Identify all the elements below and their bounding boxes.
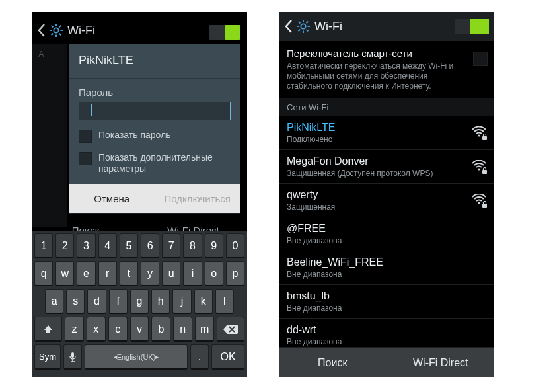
- svg-rect-22: [482, 170, 487, 174]
- connect-button[interactable]: Подключиться: [155, 184, 240, 213]
- password-input[interactable]: [79, 102, 231, 120]
- key-n[interactable]: n: [173, 317, 192, 342]
- smart-switch-checkbox[interactable]: [473, 52, 488, 66]
- key-y[interactable]: y: [141, 261, 159, 286]
- key-g[interactable]: g: [130, 289, 149, 314]
- header-title: Wi-Fi: [67, 24, 95, 38]
- ok-key[interactable]: OK: [211, 344, 244, 370]
- gear-icon: [49, 23, 63, 38]
- key-q[interactable]: q: [34, 261, 53, 286]
- checkbox-icon: [79, 152, 92, 165]
- key-d[interactable]: d: [87, 289, 106, 314]
- network-row[interactable]: PikNikLTEПодключено: [279, 116, 494, 150]
- key-5[interactable]: 5: [120, 233, 138, 258]
- network-name: dd-wrt: [287, 324, 486, 336]
- svg-line-16: [307, 30, 309, 32]
- svg-rect-24: [482, 204, 487, 208]
- networks-section-label: Сети Wi-Fi: [279, 98, 494, 116]
- search-button[interactable]: Поиск: [279, 348, 387, 377]
- key-j[interactable]: j: [172, 289, 191, 314]
- network-row[interactable]: @FREEВне диапазона: [279, 217, 494, 251]
- key-l[interactable]: l: [215, 289, 234, 314]
- key-x[interactable]: x: [87, 317, 106, 342]
- network-list: PikNikLTEПодключеноMegaFon DonverЗащищен…: [279, 116, 494, 352]
- backspace-key[interactable]: [217, 317, 244, 342]
- key-f[interactable]: f: [109, 289, 128, 314]
- key-7[interactable]: 7: [162, 233, 180, 258]
- key-k[interactable]: k: [194, 289, 213, 314]
- wifi-signal-icon: [472, 160, 486, 173]
- svg-point-19: [478, 134, 480, 136]
- key-8[interactable]: 8: [183, 233, 202, 258]
- network-name: bmstu_lb: [287, 290, 486, 302]
- key-e[interactable]: e: [77, 261, 95, 286]
- key-h[interactable]: h: [151, 289, 170, 314]
- key-w[interactable]: w: [56, 261, 74, 286]
- network-status: Вне диапазона: [287, 236, 486, 245]
- back-icon[interactable]: [284, 19, 293, 34]
- wifi-signal-icon: [472, 194, 486, 207]
- network-row[interactable]: Beeline_WiFi_FREEВне диапазона: [279, 251, 494, 285]
- space-key[interactable]: ◂ English(UK) ▸: [85, 344, 188, 370]
- show-advanced-checkbox[interactable]: Показать дополнительные параметры: [79, 152, 231, 175]
- key-b[interactable]: b: [151, 317, 170, 342]
- svg-line-5: [52, 26, 54, 28]
- right-phone: Wi-Fi Переключатель смарт-сети Автоматич…: [279, 12, 494, 377]
- svg-point-21: [478, 168, 480, 170]
- key-6[interactable]: 6: [141, 233, 159, 258]
- back-icon[interactable]: [37, 23, 46, 38]
- mic-key[interactable]: [63, 344, 82, 370]
- password-label: Пароль: [79, 87, 231, 98]
- header-title: Wi-Fi: [314, 20, 342, 34]
- cancel-button[interactable]: Отмена: [69, 184, 155, 213]
- dim-background: A: [32, 44, 67, 227]
- key-3[interactable]: 3: [77, 233, 95, 258]
- wifi-signal-icon: [472, 126, 486, 139]
- key-1[interactable]: 1: [34, 233, 53, 258]
- wifi-toggle[interactable]: [455, 19, 489, 34]
- svg-line-15: [299, 22, 301, 24]
- key-r[interactable]: r: [98, 261, 117, 286]
- dialog-title: PikNikLTE: [69, 44, 240, 79]
- key-o[interactable]: o: [205, 261, 223, 286]
- key-m[interactable]: m: [195, 317, 214, 342]
- network-row[interactable]: bmstu_lbВне диапазона: [279, 285, 494, 319]
- key-2[interactable]: 2: [56, 233, 74, 258]
- sym-key[interactable]: Sym: [34, 344, 61, 370]
- network-name: qwerty: [287, 189, 466, 201]
- network-status: Вне диапазона: [287, 303, 486, 313]
- smart-switch-title: Переключатель смарт-сети: [287, 48, 462, 59]
- gear-icon: [296, 19, 311, 34]
- key-i[interactable]: i: [183, 261, 202, 286]
- key-t[interactable]: t: [120, 261, 138, 286]
- key-v[interactable]: v: [130, 317, 149, 342]
- shift-key[interactable]: [34, 317, 62, 342]
- key-p[interactable]: p: [226, 261, 244, 286]
- key-4[interactable]: 4: [98, 233, 117, 258]
- network-status: Защищенная: [287, 202, 466, 212]
- smart-switch-desc: Автоматически переключаться между Wi-Fi …: [287, 61, 462, 91]
- network-row[interactable]: qwertyЗащищенная: [279, 184, 494, 217]
- text-cursor: [91, 104, 92, 116]
- wifi-direct-button[interactable]: Wi-Fi Direct: [387, 348, 495, 377]
- key-u[interactable]: u: [162, 261, 180, 286]
- network-row[interactable]: MegaFon DonverЗащищенная (Доступен прото…: [279, 150, 494, 184]
- svg-point-0: [54, 28, 58, 32]
- svg-rect-20: [482, 136, 487, 140]
- key-z[interactable]: z: [65, 317, 84, 342]
- wifi-toggle[interactable]: [209, 25, 240, 40]
- svg-line-18: [299, 30, 301, 32]
- network-name: Beeline_WiFi_FREE: [287, 256, 486, 268]
- svg-line-7: [59, 26, 61, 28]
- network-name: PikNikLTE: [287, 122, 466, 134]
- show-password-checkbox[interactable]: Показать пароль: [79, 130, 231, 143]
- key-9[interactable]: 9: [205, 233, 223, 258]
- smart-switch-row[interactable]: Переключатель смарт-сети Автоматически п…: [279, 41, 494, 98]
- network-name: MegaFon Donver: [287, 155, 466, 167]
- key-c[interactable]: c: [108, 317, 128, 342]
- key-a[interactable]: a: [45, 289, 63, 314]
- key-0[interactable]: 0: [226, 233, 244, 258]
- period-key[interactable]: .: [190, 344, 209, 370]
- wifi-header: Wi-Fi: [279, 12, 494, 41]
- key-s[interactable]: s: [66, 289, 85, 314]
